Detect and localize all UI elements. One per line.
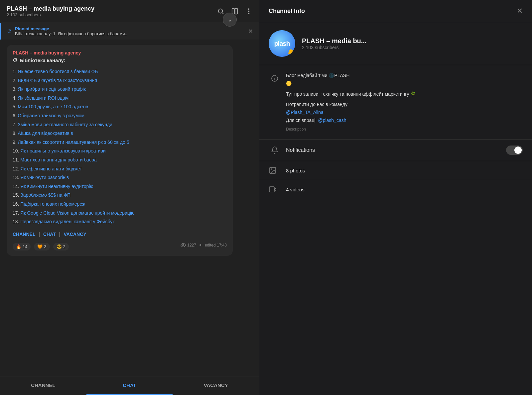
list-link[interactable]: Переглядаємо видалені кампанії у Фейсбук <box>20 219 114 224</box>
svg-point-7 <box>183 245 184 246</box>
list-item: 18. Переглядаємо видалені кампанії у Фей… <box>13 217 227 226</box>
desc-collab-label: Для співпраці <box>286 118 316 123</box>
chat-link[interactable]: CHAT <box>43 232 56 237</box>
tab-vacancy[interactable]: VACANCY <box>173 376 259 395</box>
scroll-down-button[interactable]: ⌄ <box>223 13 237 27</box>
bell-icon <box>269 146 281 154</box>
desc-emoji: 🟡 <box>286 80 523 88</box>
tab-chat[interactable]: CHAT <box>86 376 173 395</box>
pinned-message-bar[interactable]: ⏱ Pinned message Бібліотека каналу: 1. Я… <box>0 23 259 40</box>
more-icon[interactable] <box>245 8 252 15</box>
photos-row[interactable]: 8 photos <box>259 161 532 180</box>
close-panel-button[interactable]: ✕ <box>517 7 523 15</box>
title-icon: ⏱ <box>13 57 18 63</box>
message-meta: 1227 ✈ edited 17:48 <box>181 243 227 248</box>
channel-avatar: plash 🐥 <box>269 30 295 57</box>
svg-point-0 <box>218 9 223 13</box>
list-link[interactable]: Зміна мови рекламного кабінету за секунд… <box>18 122 112 127</box>
reaction-heart[interactable]: 🧡 3 <box>34 243 50 250</box>
title-text: Бібліотека каналу: <box>20 57 66 63</box>
list-item: 3. Як прибрати нецільовий трафік <box>13 85 227 94</box>
reaction-fire[interactable]: 🔥 14 <box>13 243 31 250</box>
list-link[interactable]: Як Google Cloud Vision допомагає пройти … <box>20 210 134 216</box>
header-actions <box>217 8 252 15</box>
message-list: PLASH – media buying agency ⏱ Бібліотека… <box>0 40 259 376</box>
list-link[interactable]: Як вимкнути неактивну аудиторію <box>20 184 93 189</box>
notifications-label: Notifications <box>286 147 506 153</box>
list-item: 5. Май 100 друзів, а не 100 адсетів <box>13 102 227 111</box>
separator-1: | <box>39 232 41 237</box>
header-title-section: PLASH – media buying agency 2 103 subscr… <box>7 5 94 17</box>
channel-description-text: Блог медіабай тіми 🌑PLASH 🟡 Тут про зали… <box>286 72 523 133</box>
channel-description-section: Блог медіабай тіми 🌑PLASH 🟡 Тут про зали… <box>259 65 532 140</box>
list-item: 11. Маст хев плагіни для роботи баєра <box>13 155 227 164</box>
cool-count: 2 <box>63 244 66 249</box>
videos-label: 4 videos <box>286 187 305 192</box>
desc-team-link[interactable]: @Plash_TA_Alina <box>286 109 523 117</box>
footer-links-row: CHANNEL | CHAT | VACANCY 🔥 14 🧡 <box>13 232 227 250</box>
left-panel: PLASH – media buying agency 2 103 subscr… <box>0 0 259 395</box>
list-link[interactable]: Маст хев плагіни для роботи баєра <box>20 157 96 162</box>
svg-point-5 <box>248 11 249 12</box>
channel-profile-section: plash 🐥 PLASH – media bu... 2 103 subscr… <box>259 22 532 65</box>
list-item: 6. Обираємо таймзону з розумом <box>13 111 227 120</box>
list-link[interactable]: Підбірка топових нейромереж <box>20 201 85 207</box>
desc-body: Тут про заливи, технічку та новини аффіл… <box>286 90 523 98</box>
list-link[interactable]: Май 100 друзів, а не 100 адсетів <box>18 104 88 109</box>
view-count: 1227 <box>181 243 196 248</box>
reactions-row: 🔥 14 🧡 3 😎 2 <box>13 243 69 250</box>
photo-icon <box>269 166 281 174</box>
list-link[interactable]: Як правильно унікалізовувати креативи <box>20 148 105 153</box>
list-link[interactable]: Як ефективно боротися з банами ФБ <box>18 69 98 74</box>
list-link[interactable]: Лайвхак як скоротити налаштування рк з 6… <box>18 140 129 145</box>
edited-label: edited 17:48 <box>205 243 227 247</box>
list-link[interactable]: Як уникнути разлогінів <box>20 175 69 180</box>
desc-team-label: Потрапити до нас в команду <box>286 101 523 109</box>
list-link[interactable]: Як збільшити ROI вдвічі <box>18 95 69 101</box>
message-bubble: PLASH – media buying agency ⏱ Бібліотека… <box>7 45 233 256</box>
tab-channel[interactable]: CHANNEL <box>0 376 86 395</box>
list-item: 1. Як ефективно боротися з банами ФБ <box>13 67 227 76</box>
list-link[interactable]: АІшка для відеокреативів <box>18 131 73 136</box>
pin-text: Бібліотека каналу: 1. Як ефективно борот… <box>15 31 245 36</box>
list-link[interactable]: Обираємо таймзону з розумом <box>18 113 85 118</box>
list-link[interactable]: Заробляємо $$$ на ФП <box>20 192 70 198</box>
pin-content: Pinned message Бібліотека каналу: 1. Як … <box>15 26 245 36</box>
forward-icon: ✈ <box>199 243 202 247</box>
list-item: 12. Як ефективно апати бюджет <box>13 164 227 173</box>
list-link[interactable]: Як ефективно апати бюджет <box>20 166 82 171</box>
search-icon[interactable] <box>217 8 224 15</box>
channel-info-title: Channel Info <box>269 8 305 15</box>
vacancy-link[interactable]: VACANCY <box>64 232 86 237</box>
pin-label: Pinned message <box>15 26 245 31</box>
list-link[interactable]: Види ФБ акаунтів та їх застосування <box>18 78 97 83</box>
reaction-cool[interactable]: 😎 2 <box>53 243 69 250</box>
list-item: 2. Види ФБ акаунтів та їх застосування <box>13 76 227 85</box>
list-item: 10. Як правильно унікалізовувати креатив… <box>13 147 227 155</box>
list-link[interactable]: Як прибрати нецільовий трафік <box>18 86 86 92</box>
avatar-text: plash <box>274 40 290 48</box>
channel-avatar-wrapper: plash 🐥 <box>269 30 295 57</box>
channel-display-name: PLASH – media bu... <box>302 37 366 45</box>
pin-close-button[interactable]: ✕ <box>248 28 253 35</box>
info-icon <box>269 72 281 84</box>
svg-point-4 <box>248 9 249 10</box>
message-sender: PLASH – media buying agency <box>13 50 227 55</box>
desc-main-line: Блог медіабай тіми 🌑PLASH <box>286 72 523 80</box>
notifications-toggle[interactable] <box>506 146 523 155</box>
message-title: ⏱ Бібліотека каналу: <box>13 57 227 63</box>
library-list: 1. Як ефективно боротися з банами ФБ 2. … <box>13 67 227 226</box>
collab-link-anchor[interactable]: @plash_cash <box>318 118 346 123</box>
channel-link[interactable]: CHANNEL <box>13 232 35 237</box>
cool-emoji: 😎 <box>57 244 62 249</box>
videos-row[interactable]: 4 videos <box>259 180 532 199</box>
list-item: 9. Лайвхак як скоротити налаштування рк … <box>13 138 227 147</box>
list-item: 17. Як Google Cloud Vision допомагає про… <box>13 209 227 218</box>
duck-emoji: 🐥 <box>287 49 295 56</box>
heart-emoji: 🧡 <box>37 244 43 249</box>
chat-header: PLASH – media buying agency 2 103 subscr… <box>0 0 259 23</box>
channel-title: PLASH – media buying agency <box>7 5 94 12</box>
team-link-anchor[interactable]: @Plash_TA_Alina <box>286 110 324 115</box>
channel-subscriber-count: 2 103 subscribers <box>302 45 366 50</box>
footer-links: CHANNEL | CHAT | VACANCY <box>13 232 227 237</box>
